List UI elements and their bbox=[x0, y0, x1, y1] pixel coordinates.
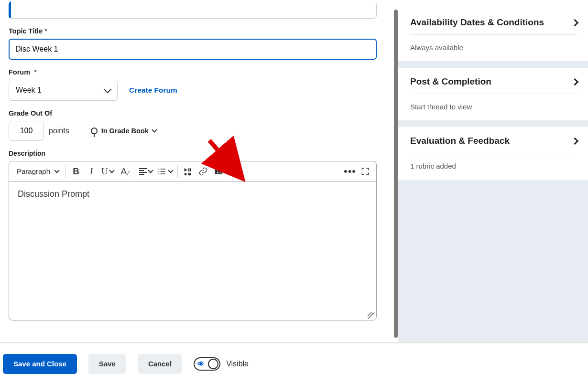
toolbar-divider bbox=[177, 165, 178, 178]
description-textarea[interactable]: Discussion Prompt bbox=[9, 181, 376, 320]
rich-text-editor: Paragraph B I U A╱ bbox=[9, 161, 377, 320]
footer-bar: Save and Close Save Cancel 👁 Visible bbox=[0, 342, 588, 384]
resize-handle[interactable] bbox=[368, 312, 374, 319]
sidebar-section-title: Post & Completion bbox=[410, 76, 491, 87]
align-left-icon bbox=[139, 168, 147, 175]
divider bbox=[81, 123, 81, 139]
toolbar-divider bbox=[244, 165, 244, 178]
sidebar-section-body: Always available bbox=[410, 35, 577, 52]
forum-label: Forum * bbox=[9, 68, 394, 76]
image-icon bbox=[214, 167, 223, 176]
sidebar-section-evaluation[interactable]: Evaluation & Feedback 1 rubric added bbox=[398, 127, 588, 180]
insert-image-button[interactable] bbox=[211, 164, 226, 179]
editor-toolbar: Paragraph B I U A╱ bbox=[9, 161, 376, 181]
points-label: points bbox=[49, 127, 73, 135]
sidebar-section-body: Start thread to view bbox=[410, 94, 577, 111]
bold-button[interactable]: B bbox=[69, 164, 83, 179]
svg-point-4 bbox=[158, 173, 159, 174]
toolbar-divider bbox=[134, 165, 134, 178]
link-icon bbox=[198, 167, 208, 176]
create-forum-link[interactable]: Create Forum bbox=[129, 86, 177, 95]
previous-field-fragment bbox=[9, 1, 377, 19]
in-grade-book-toggle[interactable]: In Grade Book bbox=[89, 124, 158, 138]
align-button[interactable] bbox=[137, 164, 154, 179]
eye-icon: 👁 bbox=[197, 360, 204, 368]
overflow-menu-button[interactable]: ••• bbox=[343, 164, 357, 179]
chevron-right-icon bbox=[571, 78, 579, 85]
sidebar-section-body: 1 rubric added bbox=[410, 153, 577, 170]
topic-title-input[interactable] bbox=[9, 39, 377, 60]
svg-point-0 bbox=[158, 169, 159, 170]
visibility-toggle[interactable]: 👁 bbox=[194, 357, 220, 371]
toolbar-divider bbox=[65, 165, 66, 178]
forum-select[interactable]: Week 1 bbox=[9, 80, 118, 101]
grade-book-label: In Grade Book bbox=[101, 127, 149, 135]
svg-point-2 bbox=[158, 171, 159, 172]
sidebar-section-availability[interactable]: Availability Dates & Conditions Always a… bbox=[398, 0, 588, 61]
save-and-close-button[interactable]: Save and Close bbox=[3, 354, 77, 374]
paragraph-style-select[interactable]: Paragraph bbox=[13, 165, 63, 177]
underline-button[interactable]: U bbox=[99, 164, 116, 179]
chevron-down-icon bbox=[109, 168, 114, 173]
chevron-down-icon bbox=[54, 168, 59, 173]
key-icon bbox=[91, 128, 98, 134]
chevron-down-icon bbox=[168, 168, 173, 173]
svg-rect-7 bbox=[188, 168, 190, 171]
svg-marker-6 bbox=[184, 168, 187, 171]
topic-title-label: Topic Title * bbox=[9, 27, 394, 35]
fullscreen-icon bbox=[360, 167, 370, 176]
list-button[interactable] bbox=[155, 164, 174, 179]
grade-points-input[interactable] bbox=[9, 121, 44, 141]
chevron-down-icon bbox=[148, 168, 153, 173]
svg-rect-8 bbox=[190, 168, 191, 171]
insert-stuff-button[interactable] bbox=[181, 164, 195, 179]
chevron-right-icon bbox=[571, 19, 579, 26]
cancel-button[interactable]: Cancel bbox=[138, 354, 182, 374]
clear-formatting-button[interactable]: A╱ bbox=[117, 164, 131, 179]
sidebar-section-title: Evaluation & Feedback bbox=[410, 136, 510, 146]
insert-link-button[interactable] bbox=[196, 164, 210, 179]
sidebar-section-title: Availability Dates & Conditions bbox=[410, 17, 544, 28]
italic-button[interactable]: I bbox=[84, 164, 98, 179]
insert-stuff-icon bbox=[183, 167, 193, 176]
insert-more-button[interactable]: + bbox=[227, 164, 241, 179]
chevron-down-icon bbox=[152, 127, 157, 132]
chevron-down-icon bbox=[104, 85, 112, 94]
sidebar: Availability Dates & Conditions Always a… bbox=[398, 0, 588, 342]
chevron-right-icon bbox=[571, 137, 579, 145]
visibility-label: Visible bbox=[226, 360, 249, 368]
svg-point-9 bbox=[184, 173, 186, 175]
forum-selected-value: Week 1 bbox=[16, 86, 42, 95]
description-label: Description bbox=[9, 149, 394, 157]
list-icon bbox=[157, 167, 167, 176]
grade-out-of-label: Grade Out Of bbox=[9, 109, 394, 117]
save-button[interactable]: Save bbox=[88, 354, 126, 374]
chevron-down-icon bbox=[235, 168, 240, 173]
sidebar-section-post-completion[interactable]: Post & Completion Start thread to view bbox=[398, 68, 588, 120]
fullscreen-button[interactable] bbox=[358, 164, 372, 179]
toggle-knob bbox=[208, 359, 218, 369]
scrollbar[interactable] bbox=[394, 10, 398, 338]
svg-rect-10 bbox=[188, 173, 191, 175]
